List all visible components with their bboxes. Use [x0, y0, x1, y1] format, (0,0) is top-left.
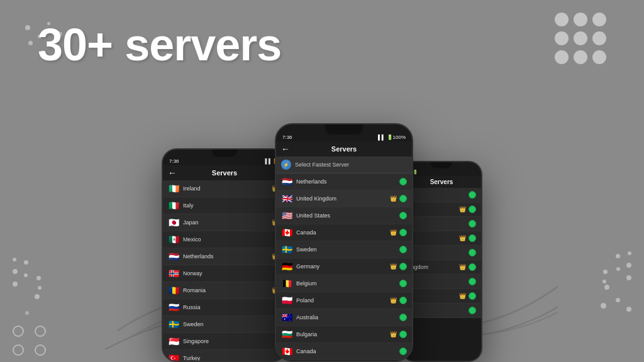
- flag-icon: 🇳🇴: [168, 268, 179, 278]
- list-item[interactable]: 🇨🇦 Canada: [276, 343, 412, 360]
- list-item[interactable]: 🇲🇽 Mexico: [163, 231, 286, 248]
- list-item[interactable]: 🇦🇺 Australia: [276, 309, 412, 326]
- bg-dot: [604, 285, 609, 290]
- connected-indicator: [399, 314, 407, 321]
- flag-icon: 🇦🇺: [281, 312, 292, 322]
- phone-center: 7:36 ▌▌ 🔋100% ← Servers ⚡ Select Fastest…: [275, 123, 413, 362]
- connected-indicator: [399, 263, 407, 270]
- list-item[interactable]: 🇧🇪 Belgium: [276, 275, 412, 292]
- phone-left-notch: [212, 150, 237, 157]
- list-item[interactable]: 🇩🇪 Germany 👑: [276, 258, 412, 275]
- country-name: Singapore: [183, 338, 281, 344]
- grid-dot: [555, 50, 569, 64]
- list-item[interactable]: 🇬🇧 United Kingdom 👑: [276, 190, 412, 207]
- flag-icon: 🇳🇱: [168, 251, 179, 261]
- country-name: Romania: [183, 287, 272, 293]
- list-item[interactable]: 🇮🇹 Italy: [163, 197, 286, 214]
- connected-indicator: [469, 249, 476, 256]
- bg-dot: [25, 25, 30, 30]
- back-arrow-icon[interactable]: ←: [168, 168, 177, 178]
- list-item[interactable]: 🇯🇵 Japan 👑: [163, 214, 286, 231]
- list-item[interactable]: 🇺🇸 United States: [276, 207, 412, 224]
- flag-icon: 🇸🇪: [281, 244, 292, 255]
- flag-icon: 🇧🇬: [281, 329, 292, 339]
- list-item[interactable]: 🇧🇬 Bulgaria 👑: [276, 326, 412, 343]
- connected-indicator: [469, 206, 476, 213]
- list-item[interactable]: 🇸🇬 Singapore: [163, 333, 286, 350]
- bg-dot: [626, 275, 631, 280]
- connected-indicator: [399, 229, 407, 236]
- connected-indicator: [399, 246, 407, 253]
- country-name: Canada: [296, 229, 390, 236]
- list-item[interactable]: 🇷🇺 Russia: [163, 299, 286, 316]
- connected-indicator: [469, 220, 476, 228]
- flag-icon: 🇸🇬: [168, 336, 179, 346]
- country-name: Russia: [183, 304, 281, 310]
- phone-center-server-list: 🇳🇱 Netherlands 🇬🇧 United Kingdom 👑 🇺🇸 Un…: [276, 173, 412, 360]
- country-name: Bulgaria: [296, 331, 390, 337]
- list-item[interactable]: 🇵🇱 Poland 👑: [276, 292, 412, 309]
- flag-icon: 🇵🇱: [281, 295, 292, 305]
- list-item[interactable]: [402, 217, 481, 231]
- list-item[interactable]: 🇮🇪 Ireland 👑: [163, 180, 286, 197]
- list-item[interactable]: [402, 246, 481, 260]
- bg-dot: [24, 273, 28, 277]
- list-item[interactable]: 🇸🇪 Sweden: [276, 241, 412, 258]
- fastest-server-icon: ⚡: [281, 160, 291, 170]
- list-item[interactable]: 🇹🇷 Turkey: [163, 350, 286, 362]
- connected-indicator: [469, 307, 476, 314]
- bg-dot: [25, 311, 29, 315]
- connected-indicator: [469, 263, 476, 271]
- country-name: United Kingdom: [296, 195, 390, 202]
- grid-dot: [592, 50, 606, 64]
- list-item[interactable]: 👑: [402, 289, 481, 304]
- list-item[interactable]: 🇳🇴 Norway: [163, 265, 286, 282]
- list-item[interactable]: 🇸🇪 Sweden: [163, 316, 286, 333]
- crown-icon: 👑: [390, 331, 397, 337]
- bg-dot-ring: [13, 326, 24, 337]
- connected-indicator: [399, 348, 407, 355]
- crown-icon: 👑: [459, 293, 466, 299]
- list-item[interactable]: 🇷🇴 Romania 👑: [163, 282, 286, 299]
- phone-center-title: Servers: [331, 145, 357, 153]
- grid-dot: [574, 50, 587, 64]
- bg-dot: [38, 286, 42, 290]
- flag-icon: 🇸🇪: [168, 319, 179, 329]
- country-name: Japan: [183, 219, 272, 226]
- list-item[interactable]: 🇨🇦 Canada 👑: [276, 224, 412, 241]
- flag-icon: 🇬🇧: [281, 194, 292, 204]
- list-item[interactable]: 🇳🇱 Netherlands: [276, 173, 412, 190]
- flag-icon: 🇮🇹: [168, 200, 179, 211]
- bg-dot: [603, 270, 608, 274]
- connected-indicator: [469, 191, 476, 199]
- list-item[interactable]: [402, 188, 481, 202]
- fastest-server-item[interactable]: ⚡ Select Fastest Server: [276, 156, 412, 173]
- flag-icon: 🇮🇪: [168, 184, 179, 194]
- phone-right-server-list: 👑 👑 kingdom 👑: [402, 188, 481, 318]
- country-name: Italy: [183, 202, 281, 209]
- grid-dot: [592, 13, 606, 26]
- country-name: Ireland: [183, 185, 272, 192]
- list-item[interactable]: 🇳🇱 Netherlands 👑: [163, 248, 286, 265]
- back-arrow-icon[interactable]: ←: [281, 144, 290, 154]
- grid-dot: [574, 31, 587, 45]
- flag-icon: 🇷🇺: [168, 302, 179, 312]
- country-name: Canada: [296, 348, 399, 354]
- bg-dot: [616, 298, 620, 302]
- crown-icon: 👑: [390, 263, 397, 270]
- phones-container: 7:36 ▌▌ 📶 ← Servers 🇮🇪 Ireland 👑 🇮🇹 Ital…: [149, 123, 495, 362]
- country-name: Sweden: [183, 321, 281, 327]
- list-item[interactable]: [402, 304, 481, 318]
- bg-dot-ring: [35, 326, 46, 337]
- country-name: Sweden: [296, 246, 399, 253]
- list-item[interactable]: 👑: [402, 231, 481, 246]
- list-item[interactable]: kingdom 👑: [402, 260, 481, 275]
- list-item[interactable]: 👑: [402, 202, 481, 217]
- flag-icon: 🇩🇪: [281, 261, 292, 272]
- phone-left: 7:36 ▌▌ 📶 ← Servers 🇮🇪 Ireland 👑 🇮🇹 Ital…: [162, 148, 287, 362]
- flag-icon: 🇲🇽: [168, 234, 179, 244]
- phone-right-notch: [431, 162, 453, 168]
- status-icons: ▌▌ 🔋100%: [378, 134, 406, 140]
- list-item[interactable]: [402, 275, 481, 289]
- flag-icon: 🇷🇴: [168, 285, 179, 295]
